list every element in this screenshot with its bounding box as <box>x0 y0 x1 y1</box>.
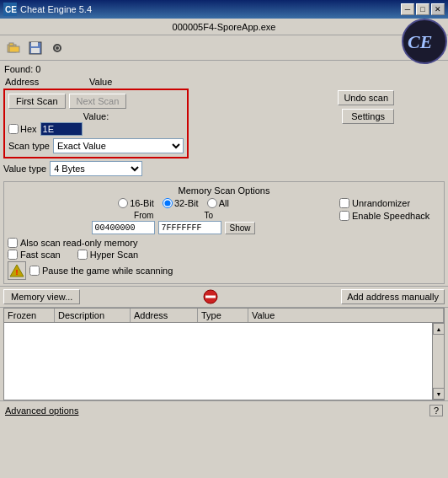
scan-area: First Scan Next Scan Value: Hex <box>3 89 189 158</box>
advanced-options-link[interactable]: Advanced options <box>5 405 78 416</box>
radio-all[interactable] <box>207 198 217 208</box>
speedhack-label[interactable]: Enable Speedhack <box>339 211 440 221</box>
frozen-col-header: Frozen <box>4 309 55 322</box>
scan-type-row: Scan type Exact Value Bigger than... Sma… <box>8 138 184 153</box>
app-icon: CE <box>3 3 17 16</box>
address-col-header: Address <box>131 309 198 322</box>
radio-32bit[interactable] <box>163 198 173 208</box>
readonly-checkbox-label[interactable]: Also scan read-only memory <box>8 238 339 248</box>
scan-type-select[interactable]: Exact Value Bigger than... Smaller than.… <box>53 138 184 153</box>
footer-bar: Advanced options ? <box>0 400 448 419</box>
no-entry-icon <box>202 288 219 305</box>
value-input[interactable] <box>40 122 83 136</box>
toolbar <box>0 35 448 61</box>
radio-32bit-label[interactable]: 32-Bit <box>163 198 199 208</box>
address-list-header: Frozen Description Address Type Value <box>4 309 444 323</box>
value-type-label: Value type <box>3 164 46 174</box>
scrollbar-down-button[interactable]: ▼ <box>433 388 445 400</box>
first-scan-button[interactable]: First Scan <box>8 94 66 109</box>
help-button[interactable]: ? <box>429 405 443 416</box>
svg-text:CE: CE <box>5 5 17 14</box>
found-bar: Found: 0 <box>3 63 445 75</box>
list-scrollbar[interactable]: ▲ ▼ <box>432 323 444 400</box>
from-input[interactable] <box>92 221 155 234</box>
radio-16bit-label[interactable]: 16-Bit <box>118 198 154 208</box>
settings-icon-button[interactable] <box>47 38 67 58</box>
hex-checkbox-label[interactable]: Hex <box>8 124 37 134</box>
hex-label: Hex <box>20 124 37 134</box>
process-title: 000005F4-SporeApp.exe <box>173 22 276 32</box>
warning-icon: ! <box>8 261 26 280</box>
pause-game-checkbox[interactable] <box>29 266 40 276</box>
hyper-scan-label[interactable]: Hyper Scan <box>77 250 138 260</box>
value-header: Value <box>89 77 112 87</box>
svg-text:!: ! <box>16 268 19 277</box>
title-bar: CE Cheat Engine 5.4 ─ □ ✕ <box>0 0 448 19</box>
svg-rect-6 <box>9 46 19 52</box>
value-label: Value: <box>8 111 184 121</box>
type-col-header: Type <box>198 309 248 322</box>
fast-scan-label[interactable]: Fast scan <box>8 250 61 260</box>
scrollbar-up-button[interactable]: ▲ <box>433 323 445 335</box>
address-list-body: ▲ ▼ <box>4 323 444 400</box>
save-button[interactable] <box>25 38 45 58</box>
add-address-button[interactable]: Add address manually <box>341 289 445 304</box>
address-header: Address <box>5 77 56 87</box>
radio-16bit[interactable] <box>118 198 128 208</box>
hex-checkbox[interactable] <box>8 124 19 134</box>
description-col-header: Description <box>55 309 131 322</box>
to-label: To <box>204 211 213 220</box>
minimize-button[interactable]: ─ <box>401 3 414 15</box>
scan-buttons: First Scan Next Scan <box>8 94 184 109</box>
memory-view-button[interactable]: Memory view... <box>3 289 80 304</box>
pause-game-label[interactable]: Pause the game while scanning <box>29 266 173 276</box>
top-section: Found: 0 Address Value First Scan Next S… <box>0 61 448 180</box>
close-button[interactable]: ✕ <box>431 3 445 15</box>
title-bar-left: CE Cheat Engine 5.4 <box>3 3 92 16</box>
value-type-select[interactable]: 4 Bytes Byte 2 Bytes 8 Bytes Float Doubl… <box>50 161 142 176</box>
fast-scan-checkbox[interactable] <box>8 250 18 260</box>
svg-text:CE: CE <box>408 31 432 52</box>
svg-point-11 <box>56 46 59 50</box>
unrandomizer-checkbox[interactable] <box>339 198 349 208</box>
settings-button[interactable]: Settings <box>342 109 394 124</box>
show-button[interactable]: Show <box>225 222 254 234</box>
from-label: From <box>134 211 153 220</box>
memory-scan-section: Memory Scan Options 16-Bit 32-Bit All <box>3 181 445 284</box>
to-input[interactable] <box>158 221 221 234</box>
title-bar-controls: ─ □ ✕ <box>401 3 445 15</box>
value-col-header: Value <box>248 309 444 322</box>
scan-type-label: Scan type <box>8 141 50 151</box>
svg-rect-5 <box>9 43 13 46</box>
ce-logo: CE <box>402 19 448 65</box>
radio-all-label[interactable]: All <box>207 198 229 208</box>
title-bar-text: Cheat Engine 5.4 <box>20 4 92 14</box>
speedhack-checkbox[interactable] <box>339 211 349 221</box>
readonly-checkbox[interactable] <box>8 238 18 248</box>
memory-scan-title: Memory Scan Options <box>8 185 440 196</box>
value-row: Value: Hex <box>8 111 184 136</box>
hyper-scan-checkbox[interactable] <box>77 250 88 260</box>
undo-scan-button[interactable]: Undo scan <box>338 90 394 105</box>
open-button[interactable] <box>3 38 24 58</box>
maximize-button[interactable]: □ <box>416 3 429 15</box>
next-scan-button[interactable]: Next Scan <box>69 94 127 109</box>
svg-rect-9 <box>31 48 40 53</box>
svg-rect-15 <box>205 296 216 298</box>
unrandomizer-label[interactable]: Unrandomizer <box>339 198 440 208</box>
svg-rect-8 <box>31 42 38 46</box>
